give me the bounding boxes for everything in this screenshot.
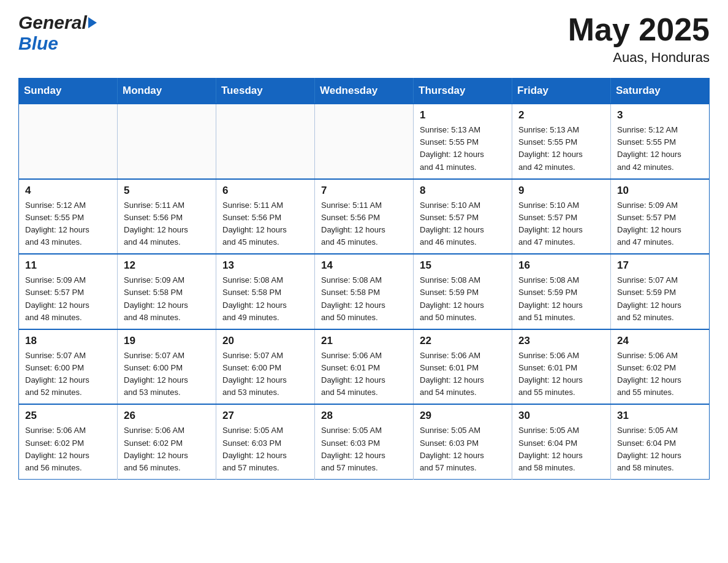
day-number: 19: [124, 335, 210, 347]
logo-area: General Blue: [18, 12, 97, 54]
calendar-cell: 1Sunrise: 5:13 AMSunset: 5:55 PMDaylight…: [414, 104, 512, 179]
day-of-week-header: Friday: [512, 79, 611, 104]
calendar-cell: [216, 104, 315, 179]
calendar-cell: 25Sunrise: 5:06 AMSunset: 6:02 PMDayligh…: [19, 404, 118, 479]
day-number: 15: [420, 259, 506, 272]
day-info: Sunrise: 5:06 AMSunset: 6:02 PMDaylight:…: [25, 424, 111, 474]
calendar-cell: 12Sunrise: 5:09 AMSunset: 5:58 PMDayligh…: [118, 254, 216, 329]
day-number: 12: [124, 259, 210, 272]
calendar-cell: 2Sunrise: 5:13 AMSunset: 5:55 PMDaylight…: [512, 104, 611, 179]
calendar-cell: 3Sunrise: 5:12 AMSunset: 5:55 PMDaylight…: [611, 104, 710, 179]
calendar-cell: [19, 104, 118, 179]
month-title: May 2025: [568, 12, 710, 47]
day-info: Sunrise: 5:05 AMSunset: 6:03 PMDaylight:…: [222, 424, 308, 474]
day-info: Sunrise: 5:08 AMSunset: 5:59 PMDaylight:…: [518, 274, 604, 324]
day-number: 2: [518, 109, 604, 121]
day-number: 29: [420, 410, 506, 422]
day-number: 26: [124, 410, 210, 422]
day-info: Sunrise: 5:10 AMSunset: 5:57 PMDaylight:…: [420, 199, 506, 249]
day-info: Sunrise: 5:05 AMSunset: 6:03 PMDaylight:…: [420, 424, 506, 474]
calendar-cell: 18Sunrise: 5:07 AMSunset: 6:00 PMDayligh…: [19, 329, 118, 405]
logo-general-text: General: [18, 12, 87, 33]
calendar-week-row: 11Sunrise: 5:09 AMSunset: 5:57 PMDayligh…: [19, 254, 710, 329]
day-number: 28: [321, 410, 407, 422]
day-info: Sunrise: 5:11 AMSunset: 5:56 PMDaylight:…: [124, 199, 210, 249]
day-info: Sunrise: 5:07 AMSunset: 6:00 PMDaylight:…: [25, 350, 111, 399]
day-info: Sunrise: 5:08 AMSunset: 5:58 PMDaylight:…: [222, 274, 308, 324]
day-number: 5: [124, 185, 210, 197]
calendar-cell: 5Sunrise: 5:11 AMSunset: 5:56 PMDaylight…: [118, 179, 216, 255]
day-number: 24: [617, 335, 703, 347]
calendar-cell: 23Sunrise: 5:06 AMSunset: 6:01 PMDayligh…: [512, 329, 611, 405]
day-info: Sunrise: 5:13 AMSunset: 5:55 PMDaylight:…: [420, 124, 506, 174]
day-of-week-header: Sunday: [19, 79, 118, 104]
location-title: Auas, Honduras: [568, 50, 710, 66]
calendar-cell: 19Sunrise: 5:07 AMSunset: 6:00 PMDayligh…: [118, 329, 216, 405]
logo-triangle-icon: [88, 17, 97, 28]
calendar-cell: 8Sunrise: 5:10 AMSunset: 5:57 PMDaylight…: [414, 179, 512, 255]
day-number: 3: [617, 109, 703, 121]
day-info: Sunrise: 5:05 AMSunset: 6:04 PMDaylight:…: [617, 424, 703, 474]
calendar-cell: 26Sunrise: 5:06 AMSunset: 6:02 PMDayligh…: [118, 404, 216, 479]
calendar-week-row: 18Sunrise: 5:07 AMSunset: 6:00 PMDayligh…: [19, 329, 710, 405]
day-info: Sunrise: 5:06 AMSunset: 6:01 PMDaylight:…: [420, 350, 506, 399]
day-info: Sunrise: 5:09 AMSunset: 5:57 PMDaylight:…: [617, 199, 703, 249]
day-number: 7: [321, 185, 407, 197]
title-area: May 2025 Auas, Honduras: [568, 12, 710, 66]
day-number: 31: [617, 410, 703, 422]
day-info: Sunrise: 5:09 AMSunset: 5:57 PMDaylight:…: [25, 274, 111, 324]
calendar-cell: 28Sunrise: 5:05 AMSunset: 6:03 PMDayligh…: [315, 404, 414, 479]
day-number: 9: [518, 185, 604, 197]
day-info: Sunrise: 5:06 AMSunset: 6:02 PMDaylight:…: [124, 424, 210, 474]
calendar-cell: 13Sunrise: 5:08 AMSunset: 5:58 PMDayligh…: [216, 254, 315, 329]
day-number: 20: [222, 335, 308, 347]
page-header: General Blue May 2025 Auas, Honduras: [18, 12, 710, 66]
calendar-cell: 21Sunrise: 5:06 AMSunset: 6:01 PMDayligh…: [315, 329, 414, 405]
calendar-cell: 27Sunrise: 5:05 AMSunset: 6:03 PMDayligh…: [216, 404, 315, 479]
calendar-cell: 17Sunrise: 5:07 AMSunset: 5:59 PMDayligh…: [611, 254, 710, 329]
day-info: Sunrise: 5:05 AMSunset: 6:03 PMDaylight:…: [321, 424, 407, 474]
calendar-week-row: 25Sunrise: 5:06 AMSunset: 6:02 PMDayligh…: [19, 404, 710, 479]
day-info: Sunrise: 5:06 AMSunset: 6:02 PMDaylight:…: [617, 350, 703, 399]
calendar-cell: 14Sunrise: 5:08 AMSunset: 5:58 PMDayligh…: [315, 254, 414, 329]
day-info: Sunrise: 5:09 AMSunset: 5:58 PMDaylight:…: [124, 274, 210, 324]
day-number: 13: [222, 259, 308, 272]
day-info: Sunrise: 5:12 AMSunset: 5:55 PMDaylight:…: [617, 124, 703, 174]
day-number: 8: [420, 185, 506, 197]
calendar-cell: 31Sunrise: 5:05 AMSunset: 6:04 PMDayligh…: [611, 404, 710, 479]
calendar-cell: 6Sunrise: 5:11 AMSunset: 5:56 PMDaylight…: [216, 179, 315, 255]
day-number: 21: [321, 335, 407, 347]
calendar-cell: 9Sunrise: 5:10 AMSunset: 5:57 PMDaylight…: [512, 179, 611, 255]
calendar-header-row: SundayMondayTuesdayWednesdayThursdayFrid…: [19, 79, 710, 104]
day-info: Sunrise: 5:07 AMSunset: 6:00 PMDaylight:…: [124, 350, 210, 399]
calendar-cell: 10Sunrise: 5:09 AMSunset: 5:57 PMDayligh…: [611, 179, 710, 255]
calendar-cell: [315, 104, 414, 179]
calendar-cell: 15Sunrise: 5:08 AMSunset: 5:59 PMDayligh…: [414, 254, 512, 329]
day-number: 10: [617, 185, 703, 197]
day-of-week-header: Monday: [118, 79, 216, 104]
calendar-cell: 16Sunrise: 5:08 AMSunset: 5:59 PMDayligh…: [512, 254, 611, 329]
day-of-week-header: Tuesday: [216, 79, 315, 104]
calendar-cell: 4Sunrise: 5:12 AMSunset: 5:55 PMDaylight…: [19, 179, 118, 255]
day-number: 27: [222, 410, 308, 422]
day-number: 18: [25, 335, 111, 347]
day-info: Sunrise: 5:11 AMSunset: 5:56 PMDaylight:…: [321, 199, 407, 249]
day-info: Sunrise: 5:05 AMSunset: 6:04 PMDaylight:…: [518, 424, 604, 474]
calendar-cell: 24Sunrise: 5:06 AMSunset: 6:02 PMDayligh…: [611, 329, 710, 405]
day-number: 25: [25, 410, 111, 422]
day-info: Sunrise: 5:08 AMSunset: 5:58 PMDaylight:…: [321, 274, 407, 324]
day-info: Sunrise: 5:08 AMSunset: 5:59 PMDaylight:…: [420, 274, 506, 324]
calendar-cell: 22Sunrise: 5:06 AMSunset: 6:01 PMDayligh…: [414, 329, 512, 405]
day-of-week-header: Saturday: [611, 79, 710, 104]
day-number: 14: [321, 259, 407, 272]
day-info: Sunrise: 5:06 AMSunset: 6:01 PMDaylight:…: [518, 350, 604, 399]
day-number: 17: [617, 259, 703, 272]
calendar-table: SundayMondayTuesdayWednesdayThursdayFrid…: [18, 78, 710, 480]
calendar-week-row: 4Sunrise: 5:12 AMSunset: 5:55 PMDaylight…: [19, 179, 710, 255]
day-info: Sunrise: 5:10 AMSunset: 5:57 PMDaylight:…: [518, 199, 604, 249]
day-number: 30: [518, 410, 604, 422]
day-number: 6: [222, 185, 308, 197]
day-of-week-header: Wednesday: [315, 79, 414, 104]
day-info: Sunrise: 5:06 AMSunset: 6:01 PMDaylight:…: [321, 350, 407, 399]
day-number: 4: [25, 185, 111, 197]
